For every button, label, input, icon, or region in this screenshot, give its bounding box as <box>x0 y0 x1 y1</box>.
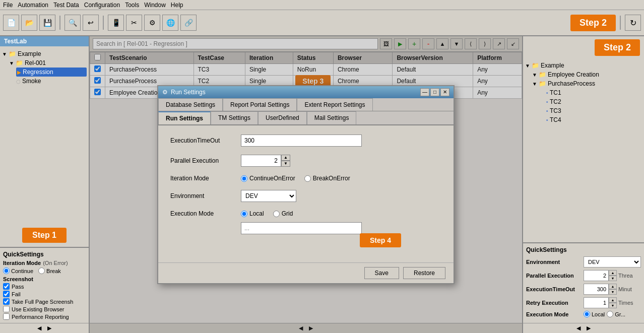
toolbar-btn-1[interactable]: 📄 <box>3 15 19 31</box>
qs-radio-local[interactable]: Local <box>584 311 605 317</box>
tree-item-example[interactable]: ▼ 📁 Example <box>2 49 87 58</box>
tree-label-example: Example <box>18 50 41 57</box>
dialog-tabs-row1: Database Settings Report Portal Settings… <box>158 98 454 111</box>
qs-retry-up[interactable]: ▲ <box>609 297 617 303</box>
dialog-minimize-btn[interactable]: — <box>420 88 429 96</box>
right-tree-tc4[interactable]: ▪ TC4 <box>546 115 642 124</box>
menu-configuration[interactable]: Configuration <box>84 2 120 9</box>
tree-label-rel001: Rel-001 <box>25 59 46 66</box>
tab-database-settings[interactable]: Database Settings <box>158 98 223 111</box>
toolbar-crop-btn[interactable]: ✂ <box>126 15 142 31</box>
menu-file[interactable]: File <box>3 2 13 9</box>
r-file-tc2: ▪ <box>546 99 548 105</box>
r-tree-label-tc4: TC4 <box>550 116 561 123</box>
check-pass[interactable]: Pass <box>3 283 86 290</box>
env-dlg-select[interactable]: DEV <box>241 190 296 202</box>
radio-grid[interactable]: Grid <box>273 210 293 217</box>
right-tree-emp[interactable]: ▼ 📁 Employee Creation <box>532 70 642 79</box>
step4-badge[interactable]: Step 4 <box>360 233 401 247</box>
dialog-save-btn[interactable]: Save <box>364 267 399 279</box>
qs-right-title: QuickSettings <box>526 246 641 253</box>
dialog-content: ExecutionTimeOut Parallel Execution ▲ ▼ <box>158 125 454 262</box>
qs-parallel-label: Parallel Execution <box>526 273 582 279</box>
dialog-restore-btn[interactable]: Restore <box>403 267 445 279</box>
r-expand-icon: ▼ <box>525 63 530 69</box>
scroll-left-icon[interactable]: ◀ <box>37 325 41 331</box>
r-scroll-right[interactable]: ▶ <box>587 325 591 331</box>
qs-parallel-input[interactable] <box>584 270 609 281</box>
radio-local[interactable]: Local <box>241 210 264 217</box>
right-tree-purchase[interactable]: ▼ 📁 PurchaseProcess <box>532 79 642 88</box>
qs-retry-unit: Times <box>618 300 633 306</box>
radio-break[interactable]: Break <box>38 268 61 274</box>
qs-env-select[interactable]: DEV <box>584 256 641 268</box>
parallel-down-btn[interactable]: ▼ <box>281 161 290 167</box>
step2-toolbar-button[interactable]: Step 2 <box>570 15 616 31</box>
qs-radio-grid[interactable]: Gr... <box>607 311 625 317</box>
exec-timeout-input[interactable] <box>241 135 362 147</box>
check-existing-browser[interactable]: Use Existing Browser <box>3 306 86 312</box>
qs-timeout-input[interactable] <box>584 284 609 295</box>
dialog-close-btn[interactable]: ✕ <box>440 88 449 96</box>
r-tree-label-emp: Employee Creation <box>548 71 599 78</box>
tree-item-regression[interactable]: ▶ Regression <box>16 68 87 77</box>
qs-retry-input[interactable] <box>584 297 609 308</box>
step2-right-button[interactable]: Step 2 <box>595 39 640 56</box>
right-panel: Step 2 ▼ 📁 Example ▼ 📁 Employee Creation… <box>523 36 644 333</box>
extra-input[interactable] <box>241 222 362 234</box>
toolbar-globe-btn[interactable]: 🌐 <box>162 15 178 31</box>
scroll-right-icon[interactable]: ▶ <box>47 325 51 331</box>
check-fail[interactable]: Fail <box>3 291 86 297</box>
toolbar-btn-3[interactable]: 💾 <box>39 15 55 31</box>
check-fullpage[interactable]: Take Full Page Screensh <box>3 298 86 305</box>
tab-tm-settings[interactable]: TM Settings <box>211 111 258 124</box>
right-tree-tc1[interactable]: ▪ TC1 <box>546 88 642 97</box>
r-file-tc3: ▪ <box>546 108 548 114</box>
tab-extent-report-settings[interactable]: Extent Report Settings <box>297 98 372 111</box>
toolbar-btn-2[interactable]: 📂 <box>21 15 37 31</box>
radio-continue[interactable]: Continue <box>3 268 33 274</box>
toolbar-refresh2-btn[interactable]: ↻ <box>625 15 641 31</box>
toolbar-refresh-btn[interactable]: ↩ <box>83 15 99 31</box>
tree-item-smoke[interactable]: ◌ Smoke <box>16 77 87 86</box>
qs-timeout-unit: Minut <box>618 286 632 292</box>
tab-run-settings[interactable]: Run Settings <box>158 111 211 124</box>
qs-timeout-down[interactable]: ▼ <box>609 289 617 295</box>
qs-timeout-up[interactable]: ▲ <box>609 284 617 289</box>
right-tree-example[interactable]: ▼ 📁 Example <box>525 61 642 70</box>
quick-settings-left: QuickSettings Iteration Mode (On Error) … <box>0 247 89 323</box>
r-folder-icon: 📁 <box>532 62 539 69</box>
tab-userdefined[interactable]: UserDefined <box>258 111 307 124</box>
radio-break-on-error[interactable]: BreakOnError <box>304 175 350 182</box>
parallel-up-btn[interactable]: ▲ <box>281 155 290 161</box>
r-tree-label-example: Example <box>541 62 564 69</box>
qs-parallel-up[interactable]: ▲ <box>609 270 617 276</box>
r-tree-label-tc2: TC2 <box>550 98 561 105</box>
r-file-tc1: ▪ <box>546 90 548 96</box>
tab-mail-settings[interactable]: Mail Settings <box>307 111 357 124</box>
toolbar-search-btn[interactable]: 🔍 <box>65 15 81 31</box>
parallel-input[interactable] <box>241 155 281 167</box>
dialog-maximize-btn[interactable]: □ <box>430 88 439 96</box>
right-tree-tc3[interactable]: ▪ TC3 <box>546 106 642 115</box>
right-tree-tc2[interactable]: ▪ TC2 <box>546 97 642 106</box>
menu-automation[interactable]: Automation <box>18 2 48 9</box>
run-settings-dialog: ⚙ Run Settings — □ ✕ Database Settings R… <box>157 85 455 284</box>
step1-button[interactable]: Step 1 <box>22 228 67 243</box>
menu-testdata[interactable]: Test Data <box>53 2 79 9</box>
check-performance[interactable]: Performance Reporting <box>3 313 86 320</box>
menu-help[interactable]: Help <box>171 2 183 9</box>
tree-item-rel001[interactable]: ▼ 📁 Rel-001 <box>9 58 87 68</box>
r-scroll-left[interactable]: ◀ <box>576 325 581 331</box>
dialog-title-text: Run Settings <box>171 89 206 96</box>
toolbar-phone-btn[interactable]: 📱 <box>108 15 124 31</box>
regression-leaf-icon: ▶ <box>17 70 21 75</box>
menu-tools[interactable]: Tools <box>125 2 139 9</box>
qs-retry-down[interactable]: ▼ <box>609 303 617 308</box>
toolbar-settings-btn[interactable]: ⚙ <box>144 15 160 31</box>
menu-window[interactable]: Window <box>144 2 166 9</box>
toolbar-link-btn[interactable]: 🔗 <box>180 15 197 31</box>
qs-parallel-down[interactable]: ▼ <box>609 276 617 281</box>
tab-report-portal-settings[interactable]: Report Portal Settings <box>223 98 297 111</box>
radio-continue-on-error[interactable]: ContinueOnError <box>241 175 295 182</box>
